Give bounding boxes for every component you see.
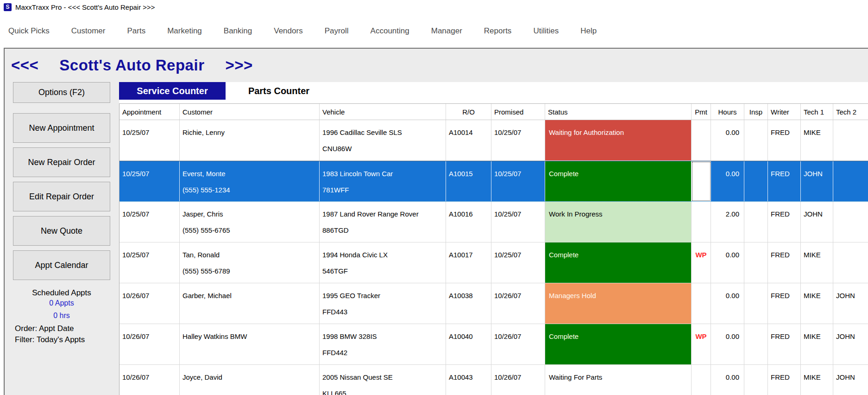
table-row[interactable]: 10/26/07Joyce, David2005 Nissan Quest SE… (120, 365, 868, 395)
cell-vehicle: 1996 Cadillac Seville SLSCNU86W (320, 120, 446, 160)
column-header-r-o[interactable]: R/O (446, 104, 491, 120)
status-badge: Managers Hold (545, 283, 691, 324)
cell-appointment: 10/25/07 (120, 161, 180, 201)
status-badge: Complete (545, 324, 691, 364)
cell-tech2 (833, 120, 868, 160)
menu-item-payroll[interactable]: Payroll (325, 26, 349, 36)
cell-payment: WP (692, 242, 711, 283)
cell-customer: Joyce, David (180, 365, 320, 395)
appt-calendar-button[interactable]: Appt Calendar (13, 250, 110, 280)
column-header-appointment[interactable]: Appointment (120, 104, 180, 120)
column-header-status[interactable]: Status (545, 104, 692, 120)
cell-insp (744, 242, 768, 283)
cell-promised: 10/26/07 (491, 283, 545, 324)
column-header-tech-2[interactable]: Tech 2 (833, 104, 868, 120)
cell-tech1: MIKE (801, 365, 833, 395)
table-header: AppointmentCustomerVehicleR/OPromisedSta… (120, 103, 868, 120)
cell-customer: Richie, Lenny (180, 120, 320, 160)
cell-hours: 0.00 (711, 120, 744, 160)
cell-payment (692, 120, 711, 160)
cell-payment: WP (692, 324, 711, 364)
shop-header: <<< Scott's Auto Repair >>> (5, 49, 868, 82)
status-badge: Work In Progress (545, 202, 691, 242)
edit-repair-order-button[interactable]: Edit Repair Order (13, 182, 110, 211)
column-header-insp[interactable]: Insp (744, 104, 768, 120)
new-appointment-button[interactable]: New Appointment (13, 113, 110, 143)
cell-vehicle: 1983 Lincoln Town Car781WFF (320, 161, 446, 201)
cell-hours: 0.00 (711, 324, 744, 364)
menu-item-marketing[interactable]: Marketing (167, 26, 202, 36)
column-header-writer[interactable]: Writer (768, 104, 801, 120)
app-icon: S (4, 3, 12, 11)
cell-customer: Everst, Monte(555) 555-1234 (180, 161, 320, 201)
tab-service-counter[interactable]: Service Counter (119, 82, 226, 100)
cell-hours: 0.00 (711, 365, 744, 395)
cell-writer: FRED (768, 324, 801, 364)
menu-item-customer[interactable]: Customer (71, 26, 106, 36)
tab-filler (332, 82, 868, 100)
menu-item-reports[interactable]: Reports (484, 26, 512, 36)
menu-item-manager[interactable]: Manager (431, 26, 462, 36)
cell-vehicle: 1987 Land Rover Range Rover886TGD (320, 202, 446, 242)
cell-writer: FRED (768, 283, 801, 324)
cell-appointment: 10/25/07 (120, 242, 180, 283)
menu-item-quick-picks[interactable]: Quick Picks (8, 26, 50, 36)
header-left-arrows: <<< (11, 57, 38, 74)
table-row[interactable]: 10/25/07Tan, Ronald(555) 555-67891994 Ho… (120, 242, 868, 283)
cell-ro-number: A10016 (446, 202, 491, 242)
cell-status: Complete (545, 161, 692, 201)
appointment-summary: Scheduled Appts 0 Appts 0 hrs Order: App… (13, 288, 110, 344)
cell-ro-number: A10040 (446, 324, 491, 364)
cell-tech1: JOHN (801, 202, 833, 242)
cell-appointment: 10/26/07 (120, 324, 180, 364)
window-title: MaxxTraxx Pro - <<< Scott's Auto Repair … (15, 3, 155, 11)
cell-customer: Halley Watkins BMW (180, 324, 320, 364)
cell-tech2: JOHN (833, 324, 868, 364)
cell-vehicle: 2005 Nissan Quest SEKLL665 (320, 365, 446, 395)
cell-hours: 0.00 (711, 242, 744, 283)
options-f2-button[interactable]: Options (F2) (13, 82, 110, 103)
tab-parts-counter[interactable]: Parts Counter (226, 82, 332, 100)
cell-tech1: MIKE (801, 242, 833, 283)
cell-payment: $$ (692, 161, 711, 201)
cell-insp (744, 283, 768, 324)
column-header-tech-1[interactable]: Tech 1 (801, 104, 833, 120)
status-badge: Complete (545, 242, 691, 283)
cell-writer: FRED (768, 120, 801, 160)
cell-promised: 10/26/07 (491, 365, 545, 395)
sidebar: Options (F2)New AppointmentNew Repair Or… (5, 82, 119, 395)
new-quote-button[interactable]: New Quote (13, 216, 110, 246)
status-badge: Waiting For Parts (545, 365, 691, 395)
new-repair-order-button[interactable]: New Repair Order (13, 147, 110, 177)
menu-item-parts[interactable]: Parts (127, 26, 145, 36)
cell-customer: Garber, Michael (180, 283, 320, 324)
column-header-pmt[interactable]: Pmt (692, 104, 711, 120)
column-header-hours[interactable]: Hours (711, 104, 744, 120)
cell-vehicle: 1994 Honda Civic LX546TGF (320, 242, 446, 283)
cell-ro-number: A10038 (446, 283, 491, 324)
summary-order: Order: Appt Date (15, 324, 110, 333)
table-row[interactable]: 10/25/07Richie, Lenny1996 Cadillac Sevil… (120, 120, 868, 161)
table-body: 10/25/07Richie, Lenny1996 Cadillac Sevil… (120, 120, 868, 395)
table-row[interactable]: 10/26/07Halley Watkins BMW1998 BMW 328IS… (120, 324, 868, 365)
cell-status: Complete (545, 242, 692, 283)
shop-name: Scott's Auto Repair (59, 57, 204, 74)
menu-item-accounting[interactable]: Accounting (371, 26, 409, 36)
cell-tech2 (833, 202, 868, 242)
cell-hours: 0.00 (711, 283, 744, 324)
cell-payment (692, 283, 711, 324)
menu-item-utilities[interactable]: Utilities (533, 26, 559, 36)
cell-ro-number: A10015 (446, 161, 491, 201)
menu-item-banking[interactable]: Banking (224, 26, 252, 36)
menu-item-help[interactable]: Help (580, 26, 597, 36)
cell-insp (744, 120, 768, 160)
menu-item-vendors[interactable]: Vendors (274, 26, 302, 36)
table-row[interactable]: 10/26/07Garber, Michael1995 GEO TrackerF… (120, 283, 868, 324)
cell-appointment: 10/26/07 (120, 365, 180, 395)
column-header-promised[interactable]: Promised (491, 104, 545, 120)
table-row[interactable]: 10/25/07Everst, Monte(555) 555-12341983 … (120, 161, 868, 202)
column-header-vehicle[interactable]: Vehicle (320, 104, 446, 120)
table-row[interactable]: 10/25/07Jasper, Chris(555) 555-67651987 … (120, 202, 868, 242)
column-header-customer[interactable]: Customer (180, 104, 320, 120)
cell-tech2: JOHN (833, 365, 868, 395)
